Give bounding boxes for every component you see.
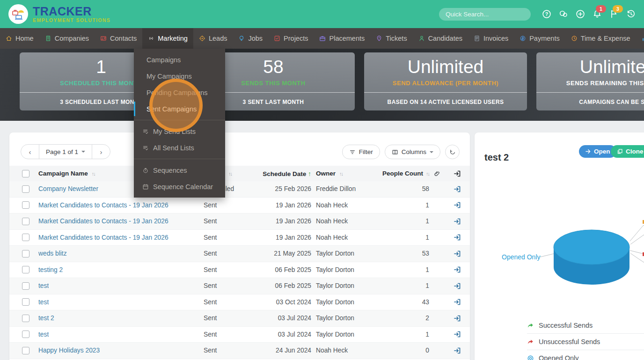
- chevron-down-icon: [81, 151, 85, 153]
- legend-item-successful-sends[interactable]: Successful Sends: [527, 317, 644, 333]
- open-campaign-icon[interactable]: [454, 282, 461, 290]
- campaign-status: Sent: [204, 202, 255, 209]
- campaign-link[interactable]: Market Candidates to Contacts - 19 Jan 2…: [38, 202, 168, 209]
- campaign-link[interactable]: test: [38, 299, 49, 306]
- messages-icon[interactable]: [559, 9, 568, 19]
- sort-icon[interactable]: ↑↓: [426, 171, 429, 176]
- row-checkbox[interactable]: [22, 250, 29, 257]
- nav-item-home[interactable]: Home: [0, 28, 39, 49]
- row-checkbox[interactable]: [22, 282, 29, 290]
- open-campaign-icon[interactable]: [454, 347, 461, 354]
- campaign-status: Sent: [204, 218, 255, 225]
- doc-icon: [474, 35, 480, 42]
- menu-item-campaigns[interactable]: Campaigns: [134, 51, 225, 68]
- clone-button[interactable]: Clone: [611, 145, 644, 158]
- history-icon[interactable]: [626, 9, 636, 19]
- schedule-date: 03 Jul 2024: [255, 331, 311, 338]
- help-icon[interactable]: ?: [542, 9, 551, 19]
- table-row: testing 2 Sent 06 Feb 2025 Taylor Dorton…: [9, 262, 470, 279]
- col-owner[interactable]: Owner: [316, 170, 336, 177]
- refresh-button[interactable]: [445, 145, 460, 159]
- nav-item-placements[interactable]: Placements: [314, 28, 370, 49]
- campaign-status: Sent: [204, 250, 255, 257]
- open-campaign-icon[interactable]: [454, 250, 461, 257]
- row-checkbox[interactable]: [22, 266, 29, 273]
- col-campaign-name[interactable]: Campaign Name: [38, 170, 88, 177]
- people-count: 0: [381, 347, 429, 354]
- menu-item-sequence-calendar[interactable]: Sequence Calendar: [134, 178, 225, 195]
- schedule-date: 25 Feb 2026: [255, 185, 311, 192]
- campaign-link[interactable]: weds blitz: [38, 250, 67, 257]
- campaign-link[interactable]: Market Candidates to Contacts - 19 Jan 2…: [38, 218, 168, 225]
- select-all-checkbox[interactable]: [22, 170, 29, 177]
- campaign-status: Sent: [204, 282, 255, 289]
- campaign-link[interactable]: testing 2: [38, 266, 63, 273]
- open-campaign-icon[interactable]: [454, 266, 461, 273]
- schedule-date: 06 Feb 2025: [255, 282, 311, 289]
- campaign-link[interactable]: test: [38, 331, 49, 338]
- nav-item-marketing[interactable]: Marketing: [142, 28, 193, 49]
- person-icon: [418, 35, 425, 42]
- table-row: weds blitz Sent 21 May 2025 Taylor Dorto…: [9, 246, 470, 262]
- open-campaign-icon[interactable]: [454, 201, 461, 209]
- row-checkbox[interactable]: [22, 218, 29, 225]
- circledot-icon: [527, 355, 534, 360]
- menu-item-sequences[interactable]: Sequences: [134, 162, 225, 178]
- nav-item-jobs[interactable]: Jobs: [233, 28, 268, 49]
- sort-icon[interactable]: ↑↓: [92, 171, 95, 176]
- row-checkbox[interactable]: [22, 315, 29, 322]
- row-checkbox[interactable]: [22, 331, 29, 338]
- menu-item-all-send-lists[interactable]: All Send Lists: [134, 140, 225, 156]
- briefcase-icon: [319, 35, 326, 42]
- legend-item-opened-only[interactable]: Opened Only: [527, 350, 644, 360]
- filter-button[interactable]: Filter: [342, 145, 380, 159]
- nav-item-reporting[interactable]: Reporting: [636, 28, 644, 49]
- open-campaign-icon[interactable]: [454, 234, 461, 241]
- sort-icon[interactable]: ↑↓: [339, 171, 343, 176]
- campaign-link[interactable]: Happy Holidays 2023: [38, 347, 100, 354]
- flags-icon[interactable]: 3: [609, 9, 619, 19]
- campaign-link[interactable]: Company Newsletter: [38, 185, 98, 192]
- sort-asc-icon[interactable]: ↑: [308, 170, 311, 177]
- chart-legend: Successful SendsUnsuccessful SendsOpened…: [527, 317, 644, 360]
- open-campaign-icon[interactable]: [454, 218, 461, 225]
- campaign-link[interactable]: test: [38, 282, 49, 289]
- nav-item-leads[interactable]: Leads: [193, 28, 233, 49]
- nav-item-projects[interactable]: Projects: [268, 28, 314, 49]
- nav-item-candidates[interactable]: Candidates: [413, 28, 468, 49]
- nav-item-companies[interactable]: Companies: [39, 28, 95, 49]
- export-column-icon: [454, 170, 461, 177]
- open-campaign-icon[interactable]: [454, 298, 461, 306]
- nav-item-time-expense[interactable]: Time & Expense: [565, 28, 636, 49]
- row-checkbox[interactable]: [22, 234, 29, 241]
- detail-title: test 2: [484, 152, 509, 163]
- legend-item-unsuccessful-sends[interactable]: Unsuccessful Sends: [527, 333, 644, 350]
- sort-icon[interactable]: ↑↓: [228, 171, 232, 176]
- campaign-link[interactable]: Market Candidates to Contacts - 19 Jan 2…: [38, 234, 168, 241]
- nav-item-payments[interactable]: Payments: [514, 28, 565, 49]
- row-checkbox[interactable]: [22, 201, 29, 209]
- columns-button[interactable]: Columns: [385, 145, 440, 159]
- stat-label: SENDS REMAINING THIS MONTH: [536, 80, 644, 87]
- page-prev-button[interactable]: ‹: [21, 148, 39, 156]
- table-row: Market Candidates to Contacts - 19 Jan 2…: [9, 198, 470, 214]
- row-checkbox[interactable]: [22, 347, 29, 354]
- notifications-icon[interactable]: 1: [593, 9, 602, 19]
- col-schedule-date[interactable]: Schedule Date: [263, 170, 306, 177]
- table-row: test 2 Sent 03 Jul 2024 Taylor Dorton 2: [9, 310, 470, 327]
- pagination: ‹ Page 1 of 1 ›: [21, 144, 110, 159]
- page-selector[interactable]: Page 1 of 1: [39, 145, 92, 159]
- col-people-count[interactable]: People Count: [382, 170, 423, 177]
- row-checkbox[interactable]: [22, 185, 29, 193]
- add-icon[interactable]: [576, 9, 585, 19]
- open-campaign-icon[interactable]: [454, 185, 461, 193]
- campaign-link[interactable]: test 2: [38, 315, 54, 322]
- open-campaign-icon[interactable]: [454, 315, 461, 322]
- page-next-button[interactable]: ›: [92, 148, 110, 156]
- quick-search-input[interactable]: [439, 8, 531, 21]
- open-campaign-icon[interactable]: [454, 331, 461, 338]
- row-checkbox[interactable]: [22, 298, 29, 306]
- nav-item-contacts[interactable]: Contacts: [95, 28, 142, 49]
- nav-item-tickets[interactable]: Tickets: [370, 28, 412, 49]
- nav-item-invoices[interactable]: Invoices: [468, 28, 514, 49]
